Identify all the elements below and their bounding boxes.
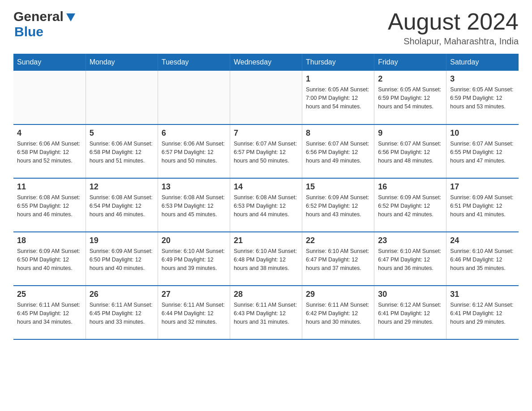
day-number: 30: [378, 290, 442, 299]
day-number: 27: [162, 290, 226, 299]
calendar-cell: 22Sunrise: 6:10 AM Sunset: 6:47 PM Dayli…: [302, 232, 374, 286]
header-saturday: Saturday: [446, 54, 519, 71]
day-info: Sunrise: 6:10 AM Sunset: 6:48 PM Dayligh…: [234, 247, 298, 272]
day-number: 18: [17, 236, 82, 245]
day-number: 16: [378, 182, 442, 192]
calendar-week-row: 18Sunrise: 6:09 AM Sunset: 6:50 PM Dayli…: [13, 232, 519, 286]
calendar-cell: 13Sunrise: 6:08 AM Sunset: 6:53 PM Dayli…: [158, 178, 230, 232]
day-number: 31: [450, 290, 515, 299]
day-number: 23: [378, 236, 442, 245]
day-info: Sunrise: 6:11 AM Sunset: 6:45 PM Dayligh…: [17, 301, 82, 326]
header-sunday: Sunday: [13, 54, 86, 71]
header-wednesday: Wednesday: [230, 54, 302, 71]
calendar-cell: 23Sunrise: 6:10 AM Sunset: 6:47 PM Dayli…: [374, 232, 446, 286]
day-number: 1: [306, 74, 370, 84]
day-info: Sunrise: 6:09 AM Sunset: 6:50 PM Dayligh…: [90, 247, 154, 272]
day-info: Sunrise: 6:11 AM Sunset: 6:44 PM Dayligh…: [162, 301, 226, 326]
day-info: Sunrise: 6:08 AM Sunset: 6:54 PM Dayligh…: [90, 193, 154, 218]
day-info: Sunrise: 6:05 AM Sunset: 6:59 PM Dayligh…: [378, 86, 442, 111]
calendar-week-row: 4Sunrise: 6:06 AM Sunset: 6:58 PM Daylig…: [13, 124, 519, 178]
day-info: Sunrise: 6:08 AM Sunset: 6:53 PM Dayligh…: [234, 193, 298, 218]
logo: General Blue: [13, 9, 77, 39]
day-info: Sunrise: 6:10 AM Sunset: 6:46 PM Dayligh…: [450, 247, 515, 272]
calendar-cell: 1Sunrise: 6:05 AM Sunset: 7:00 PM Daylig…: [302, 71, 374, 124]
day-info: Sunrise: 6:08 AM Sunset: 6:53 PM Dayligh…: [162, 193, 226, 218]
day-number: 3: [450, 74, 515, 84]
calendar-header-row: SundayMondayTuesdayWednesdayThursdayFrid…: [13, 54, 519, 71]
calendar-cell: 20Sunrise: 6:10 AM Sunset: 6:49 PM Dayli…: [158, 232, 230, 286]
calendar-cell: [86, 71, 158, 124]
day-number: 24: [450, 236, 515, 245]
day-number: 11: [17, 182, 82, 192]
calendar-cell: 29Sunrise: 6:11 AM Sunset: 6:42 PM Dayli…: [302, 286, 374, 339]
calendar-cell: 31Sunrise: 6:12 AM Sunset: 6:41 PM Dayli…: [446, 286, 519, 339]
header-tuesday: Tuesday: [158, 54, 230, 71]
day-info: Sunrise: 6:07 AM Sunset: 6:55 PM Dayligh…: [450, 140, 515, 165]
calendar-cell: 3Sunrise: 6:05 AM Sunset: 6:59 PM Daylig…: [446, 71, 519, 124]
calendar-cell: 2Sunrise: 6:05 AM Sunset: 6:59 PM Daylig…: [374, 71, 446, 124]
day-number: 13: [162, 182, 226, 192]
day-info: Sunrise: 6:07 AM Sunset: 6:56 PM Dayligh…: [306, 140, 370, 165]
day-info: Sunrise: 6:06 AM Sunset: 6:58 PM Dayligh…: [17, 140, 82, 165]
day-number: 21: [234, 236, 298, 245]
day-number: 5: [90, 128, 154, 138]
day-number: 15: [306, 182, 370, 192]
calendar-week-row: 25Sunrise: 6:11 AM Sunset: 6:45 PM Dayli…: [13, 286, 519, 339]
day-number: 8: [306, 128, 370, 138]
calendar-cell: 26Sunrise: 6:11 AM Sunset: 6:45 PM Dayli…: [86, 286, 158, 339]
day-info: Sunrise: 6:05 AM Sunset: 7:00 PM Dayligh…: [306, 86, 370, 111]
day-info: Sunrise: 6:10 AM Sunset: 6:49 PM Dayligh…: [162, 247, 226, 272]
day-number: 26: [90, 290, 154, 299]
day-number: 28: [234, 290, 298, 299]
calendar-cell: 4Sunrise: 6:06 AM Sunset: 6:58 PM Daylig…: [13, 124, 86, 178]
calendar-cell: 17Sunrise: 6:09 AM Sunset: 6:51 PM Dayli…: [446, 178, 519, 232]
calendar-cell: 30Sunrise: 6:12 AM Sunset: 6:41 PM Dayli…: [374, 286, 446, 339]
calendar-cell: 12Sunrise: 6:08 AM Sunset: 6:54 PM Dayli…: [86, 178, 158, 232]
day-info: Sunrise: 6:05 AM Sunset: 6:59 PM Dayligh…: [450, 86, 515, 111]
calendar-cell: [158, 71, 230, 124]
month-title: August 2024: [388, 9, 519, 34]
logo-blue-text: Blue: [14, 24, 43, 39]
day-number: 25: [17, 290, 82, 299]
calendar-cell: 19Sunrise: 6:09 AM Sunset: 6:50 PM Dayli…: [86, 232, 158, 286]
calendar-cell: [13, 71, 86, 124]
day-number: 9: [378, 128, 442, 138]
calendar-cell: 8Sunrise: 6:07 AM Sunset: 6:56 PM Daylig…: [302, 124, 374, 178]
calendar-cell: 27Sunrise: 6:11 AM Sunset: 6:44 PM Dayli…: [158, 286, 230, 339]
day-number: 14: [234, 182, 298, 192]
day-info: Sunrise: 6:11 AM Sunset: 6:45 PM Dayligh…: [90, 301, 154, 326]
day-number: 2: [378, 74, 442, 84]
day-info: Sunrise: 6:11 AM Sunset: 6:43 PM Dayligh…: [234, 301, 298, 326]
calendar-cell: [230, 71, 302, 124]
calendar-week-row: 11Sunrise: 6:08 AM Sunset: 6:55 PM Dayli…: [13, 178, 519, 232]
calendar-cell: 9Sunrise: 6:07 AM Sunset: 6:56 PM Daylig…: [374, 124, 446, 178]
day-number: 20: [162, 236, 226, 245]
day-info: Sunrise: 6:08 AM Sunset: 6:55 PM Dayligh…: [17, 193, 82, 218]
calendar-cell: 18Sunrise: 6:09 AM Sunset: 6:50 PM Dayli…: [13, 232, 86, 286]
day-info: Sunrise: 6:06 AM Sunset: 6:58 PM Dayligh…: [90, 140, 154, 165]
day-info: Sunrise: 6:09 AM Sunset: 6:51 PM Dayligh…: [450, 193, 515, 218]
day-info: Sunrise: 6:12 AM Sunset: 6:41 PM Dayligh…: [450, 301, 515, 326]
calendar-cell: 16Sunrise: 6:09 AM Sunset: 6:52 PM Dayli…: [374, 178, 446, 232]
day-info: Sunrise: 6:06 AM Sunset: 6:57 PM Dayligh…: [162, 140, 226, 165]
calendar-cell: 21Sunrise: 6:10 AM Sunset: 6:48 PM Dayli…: [230, 232, 302, 286]
svg-marker-0: [66, 13, 75, 21]
logo-triangle-icon: [64, 11, 77, 23]
day-number: 12: [90, 182, 154, 192]
day-info: Sunrise: 6:09 AM Sunset: 6:52 PM Dayligh…: [378, 193, 442, 218]
logo-general-text: General: [13, 9, 64, 24]
day-info: Sunrise: 6:11 AM Sunset: 6:42 PM Dayligh…: [306, 301, 370, 326]
calendar-cell: 6Sunrise: 6:06 AM Sunset: 6:57 PM Daylig…: [158, 124, 230, 178]
calendar-cell: 25Sunrise: 6:11 AM Sunset: 6:45 PM Dayli…: [13, 286, 86, 339]
day-number: 6: [162, 128, 226, 138]
day-number: 17: [450, 182, 515, 192]
calendar-cell: 7Sunrise: 6:07 AM Sunset: 6:57 PM Daylig…: [230, 124, 302, 178]
day-info: Sunrise: 6:09 AM Sunset: 6:52 PM Dayligh…: [306, 193, 370, 218]
day-info: Sunrise: 6:12 AM Sunset: 6:41 PM Dayligh…: [378, 301, 442, 326]
day-number: 19: [90, 236, 154, 245]
calendar-cell: 5Sunrise: 6:06 AM Sunset: 6:58 PM Daylig…: [86, 124, 158, 178]
header-monday: Monday: [86, 54, 158, 71]
day-info: Sunrise: 6:10 AM Sunset: 6:47 PM Dayligh…: [378, 247, 442, 272]
day-info: Sunrise: 6:07 AM Sunset: 6:56 PM Dayligh…: [378, 140, 442, 165]
calendar-week-row: 1Sunrise: 6:05 AM Sunset: 7:00 PM Daylig…: [13, 71, 519, 124]
